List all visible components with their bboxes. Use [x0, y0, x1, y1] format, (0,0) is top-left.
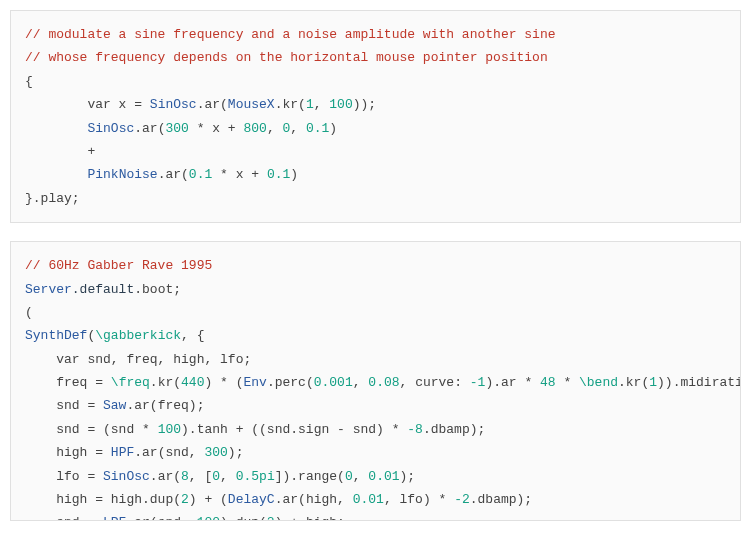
class: SinOsc: [150, 97, 197, 112]
comment-line: // 60Hz Gabber Rave 1995: [25, 258, 212, 273]
code-block-2[interactable]: // 60Hz Gabber Rave 1995 Server.default.…: [10, 241, 741, 521]
class: MouseX: [228, 97, 275, 112]
code-block-1: // modulate a sine frequency and a noise…: [10, 10, 741, 223]
brace: {: [25, 74, 33, 89]
comment-line: // whose frequency depends on the horizo…: [25, 50, 548, 65]
comment-line: // modulate a sine frequency and a noise…: [25, 27, 556, 42]
code: var x =: [25, 97, 150, 112]
